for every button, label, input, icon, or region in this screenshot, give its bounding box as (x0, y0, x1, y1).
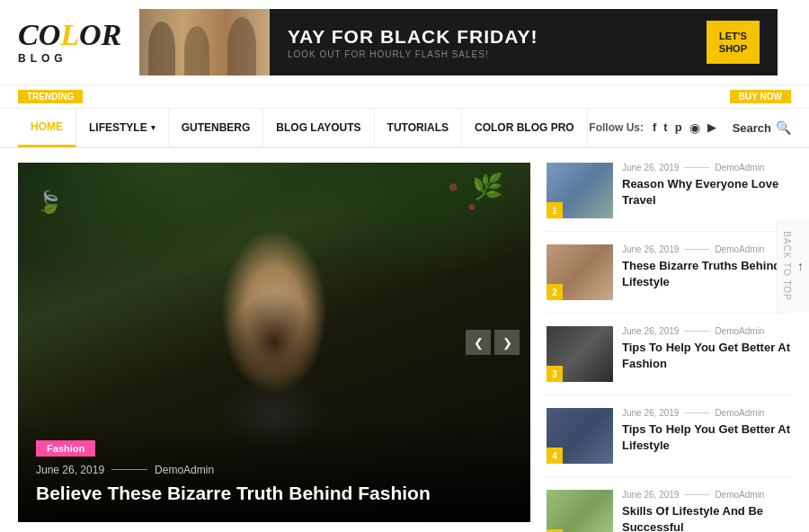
hero-meta: June 26, 2019 DemoAdmin (36, 464, 512, 476)
sidebar-author-1: DemoAdmin (715, 163, 764, 173)
sidebar-meta-5: June 26, 2019 DemoAdmin (622, 490, 791, 500)
nav: HOME LIFESTYLE ▾ GUTENBERG BLOG LAYOUTS … (0, 109, 809, 148)
nav-color-blog-pro[interactable]: COLOR BLOG PRO (462, 108, 588, 147)
header: COLOR BLOG YAY FOR BLACK FRIDAY! LOOK OU… (0, 0, 809, 85)
search-icon: 🔍 (776, 120, 791, 135)
logo-blog-text: BLOG (18, 52, 67, 65)
back-to-top-label: Back To Top (782, 231, 792, 301)
sidebar-thumb-3: 3 (547, 326, 613, 382)
sidebar-content-4: June 26, 2019 DemoAdmin Tips To Help You… (622, 408, 791, 464)
back-to-top-arrow: ↑ (797, 259, 805, 273)
sidebar-thumb-1: 1 (547, 163, 613, 218)
banner: YAY FOR BLACK FRIDAY! LOOK OUT FOR HOURL… (139, 9, 778, 75)
hero-author: DemoAdmin (155, 464, 214, 476)
sidebar-author-2: DemoAdmin (715, 244, 764, 254)
sidebar-date-4: June 26, 2019 (622, 408, 679, 418)
sidebar-content-3: June 26, 2019 DemoAdmin Tips To Help You… (622, 326, 791, 382)
slider-prev-button[interactable]: ❮ (466, 330, 491, 355)
instagram-icon[interactable]: ◉ (689, 120, 700, 135)
hero-date: June 26, 2019 (36, 464, 104, 476)
sidebar-item-3: 3 June 26, 2019 DemoAdmin Tips To Help Y… (547, 326, 791, 395)
sidebar-content-2: June 26, 2019 DemoAdmin These Bizarre Tr… (622, 244, 791, 300)
sidebar-date-1: June 26, 2019 (622, 163, 679, 173)
hero-title: Believe These Bizarre Truth Behind Fashi… (36, 482, 512, 504)
sidebar-date-5: June 26, 2019 (622, 490, 679, 500)
chevron-down-icon: ▾ (151, 123, 156, 132)
sidebar-title-1[interactable]: Reason Why Everyone Love Travel (622, 176, 791, 208)
nav-right: Follow Us: f t p ◉ ▶ Search 🔍 (589, 120, 791, 135)
sidebar-content-1: June 26, 2019 DemoAdmin Reason Why Every… (622, 163, 791, 218)
sidebar-item-4: 4 June 26, 2019 DemoAdmin Tips To Help Y… (547, 408, 791, 477)
back-to-top[interactable]: ↑ Back To Top (777, 220, 809, 312)
logo[interactable]: COLOR BLOG (18, 20, 126, 65)
sidebar-item-5: 5 June 26, 2019 DemoAdmin Skills Of Life… (547, 490, 791, 532)
facebook-icon[interactable]: f (653, 120, 656, 135)
nav-lifestyle[interactable]: LIFESTYLE ▾ (76, 108, 169, 147)
sidebar-thumb-2: 2 (547, 244, 613, 300)
twitter-icon[interactable]: t (663, 120, 667, 135)
trending-bar: TRENDING BUY NOW (0, 85, 809, 109)
sidebar-date-2: June 26, 2019 (622, 244, 679, 254)
nav-blog-layouts[interactable]: BLOG LAYOUTS (263, 108, 374, 147)
follow-us-label: Follow Us: (589, 121, 644, 134)
buy-now-badge[interactable]: BUY NOW (730, 90, 791, 103)
pinterest-icon[interactable]: p (675, 120, 682, 135)
sidebar-title-2[interactable]: These Bizarre Truths Behind Lifestyle (622, 258, 791, 290)
hero-category-badge[interactable]: Fashion (36, 440, 95, 457)
slider-next-button[interactable]: ❯ (494, 330, 520, 355)
banner-ad-content: YAY FOR BLACK FRIDAY! LOOK OUT FOR HOURL… (288, 26, 538, 59)
sidebar-content-5: June 26, 2019 DemoAdmin Skills Of Lifest… (622, 490, 791, 532)
sidebar: 1 June 26, 2019 DemoAdmin Reason Why Eve… (547, 163, 791, 532)
logo-color-text: COLOR (18, 20, 121, 50)
sidebar-meta-3: June 26, 2019 DemoAdmin (622, 326, 791, 336)
sidebar-meta-1: June 26, 2019 DemoAdmin (622, 163, 791, 173)
sidebar-item-2: 2 June 26, 2019 DemoAdmin These Bizarre … (547, 244, 791, 314)
trending-badge[interactable]: TRENDING (18, 90, 83, 103)
nav-gutenberg[interactable]: GUTENBERG (169, 108, 264, 147)
banner-photo (139, 9, 270, 75)
sidebar-thumb-5: 5 (547, 490, 613, 532)
sidebar-author-5: DemoAdmin (715, 490, 764, 500)
main-content: 🌿 🍃 ● ● ❮ ❯ Fashion June 26, 2019 DemoAd… (0, 148, 809, 532)
banner-title: YAY FOR BLACK FRIDAY! (288, 26, 538, 48)
nav-links: HOME LIFESTYLE ▾ GUTENBERG BLOG LAYOUTS … (18, 108, 588, 147)
hero-overlay: Fashion June 26, 2019 DemoAdmin Believe … (18, 421, 530, 522)
sidebar-thumb-4: 4 (547, 408, 613, 464)
search-label: Search (733, 121, 771, 135)
youtube-icon[interactable]: ▶ (707, 120, 716, 135)
sidebar-num-2: 2 (547, 284, 563, 300)
sidebar-author-4: DemoAdmin (715, 408, 764, 418)
sidebar-title-4[interactable]: Tips To Help You Get Better At Lifestyle (622, 421, 791, 454)
slider-nav: ❮ ❯ (466, 330, 520, 355)
social-icons: f t p ◉ ▶ (653, 120, 716, 135)
sidebar-num-1: 1 (547, 202, 563, 218)
nav-tutorials[interactable]: TUTORIALS (375, 108, 462, 147)
sidebar-title-5[interactable]: Skills Of Lifestyle And Be Successful (622, 503, 791, 532)
banner-shop-button[interactable]: LET'S SHOP (707, 21, 760, 65)
sidebar-author-3: DemoAdmin (715, 326, 764, 336)
nav-home[interactable]: HOME (18, 108, 76, 147)
search-button[interactable]: Search 🔍 (733, 120, 791, 135)
sidebar-num-3: 3 (547, 366, 563, 382)
hero-slider: 🌿 🍃 ● ● ❮ ❯ Fashion June 26, 2019 DemoAd… (18, 163, 530, 522)
sidebar-date-3: June 26, 2019 (622, 326, 679, 336)
sidebar-meta-4: June 26, 2019 DemoAdmin (622, 408, 791, 418)
banner-subtitle: LOOK OUT FOR HOURLY FLASH SALES! (288, 49, 538, 59)
sidebar-item-1: 1 June 26, 2019 DemoAdmin Reason Why Eve… (547, 163, 791, 232)
banner-ad: YAY FOR BLACK FRIDAY! LOOK OUT FOR HOURL… (270, 9, 778, 75)
hero-meta-divider (111, 469, 147, 470)
sidebar-num-4: 4 (547, 448, 563, 464)
sidebar-title-3[interactable]: Tips To Help You Get Better At Fashion (622, 340, 791, 372)
sidebar-meta-2: June 26, 2019 DemoAdmin (622, 244, 791, 254)
